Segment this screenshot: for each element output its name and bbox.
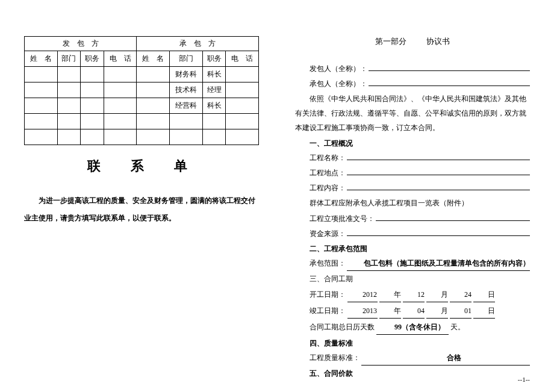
left-page: 发 包 方 承 包 方 姓 名 部门 职务 电 话 姓 名 部门 职务 电 话 … — [0, 0, 277, 392]
duration-unit: 天。 — [450, 323, 465, 331]
section-3-title: 三、合同工期 — [295, 272, 530, 286]
fund-value — [347, 228, 530, 236]
col-phone-a: 电 话 — [104, 51, 137, 67]
intro-paragraph: 为进一步提高该工程的质量、安全及财务管理，圆满的将该工程交付业主使用，请贵方填写… — [24, 192, 259, 227]
section-5-title: 五、合同价款 — [295, 366, 530, 381]
proj-content-label: 工程内容： — [295, 181, 346, 195]
col-phone-b: 电 话 — [226, 51, 259, 67]
start-label: 开工日期： — [310, 290, 346, 299]
subcontractor-label: 承包人（全称）： — [295, 76, 367, 91]
proj-name-label: 工程名称： — [295, 151, 346, 165]
subcontractor-value — [369, 78, 530, 86]
proj-content-line: 工程内容： — [295, 181, 530, 195]
group-a-header: 发 包 方 — [25, 37, 137, 51]
group-note: 群体工程应附承包人承揽工程项目一览表（附件） — [295, 196, 530, 210]
proj-addr-label: 工程地点： — [295, 166, 346, 180]
subcontractor-line: 承包人（全称）： — [295, 76, 530, 91]
table-row: 技术科 经理 — [25, 82, 259, 98]
day-unit-2: 日 — [473, 303, 495, 319]
month-unit-2: 月 — [426, 303, 448, 319]
cell-role: 科长 — [202, 67, 226, 82]
scope-label: 承包范围： — [295, 256, 346, 270]
part-number: 第一部分 — [375, 37, 406, 46]
section-1-title: 一、工程概况 — [295, 136, 530, 151]
col-role-b: 职务 — [202, 51, 226, 67]
part-header: 第一部分 协议书 — [295, 36, 530, 47]
end-date-line: 竣工日期： 2013 年 04 月 01 日 — [295, 303, 530, 319]
table-group-header: 发 包 方 承 包 方 — [25, 37, 259, 51]
end-label: 竣工日期： — [310, 306, 346, 315]
contact-table: 发 包 方 承 包 方 姓 名 部门 职务 电 话 姓 名 部门 职务 电 话 … — [24, 36, 259, 145]
proj-content-value — [347, 182, 530, 190]
table-col-header: 姓 名 部门 职务 电 话 姓 名 部门 职务 电 话 — [25, 51, 259, 67]
contractor-line: 发包人（全称）： — [295, 61, 530, 76]
proj-addr-line: 工程地点： — [295, 166, 530, 180]
start-month: 12 — [403, 287, 425, 302]
cell-dept: 财务科 — [170, 67, 203, 82]
col-name-b: 姓 名 — [137, 51, 170, 67]
scope-line: 承包范围： 包工包料（施工图纸及工程量清单包含的所有内容） — [295, 256, 530, 271]
quality-label: 工程质量标准： — [295, 350, 360, 365]
day-unit: 日 — [473, 287, 495, 302]
col-dept-a: 部门 — [57, 51, 81, 67]
col-name-a: 姓 名 — [25, 51, 58, 67]
section-4-title: 四、质量标准 — [295, 336, 530, 350]
right-page: 第一部分 协议书 发包人（全称）： 承包人（全称）： 依照《中华人民共和国合同法… — [277, 0, 554, 392]
cell-role: 经理 — [202, 82, 226, 98]
approval-label: 工程立项批准文号： — [295, 211, 375, 226]
end-year: 2013 — [347, 303, 378, 319]
approval-value — [376, 213, 530, 221]
cell-dept: 经营科 — [170, 98, 203, 114]
col-dept-b: 部门 — [170, 51, 203, 67]
section-2-title: 二、工程承包范围 — [295, 241, 530, 256]
end-day: 01 — [450, 303, 472, 319]
fund-line: 资金来源： — [295, 226, 530, 241]
approval-line: 工程立项批准文号： — [295, 211, 530, 226]
end-month: 04 — [403, 303, 425, 319]
duration-label: 合同工期总日历天数 — [310, 323, 375, 331]
start-date-line: 开工日期： 2012 年 12 月 24 日 — [295, 287, 530, 302]
page-number: --1-- — [518, 376, 530, 383]
cell-role: 科长 — [202, 98, 226, 114]
col-role-a: 职务 — [81, 51, 104, 67]
quality-value: 合格 — [361, 350, 530, 366]
fund-label: 资金来源： — [295, 226, 346, 241]
year-unit: 年 — [379, 287, 401, 302]
table-row: 财务科 科长 — [25, 67, 259, 82]
part-title: 协议书 — [426, 37, 450, 46]
month-unit: 月 — [426, 287, 448, 302]
table-row — [25, 129, 259, 145]
scope-value: 包工包料（施工图纸及工程量清单包含的所有内容） — [347, 256, 530, 271]
quality-line: 工程质量标准： 合格 — [295, 350, 530, 366]
duration-line: 合同工期总日历天数 99（含冬休日） 天。 — [295, 320, 530, 335]
table-row: 经营科 科长 — [25, 98, 259, 114]
table-row — [25, 114, 259, 129]
group-b-header: 承 包 方 — [137, 37, 259, 51]
start-year: 2012 — [347, 287, 378, 302]
proj-name-line: 工程名称： — [295, 151, 530, 165]
start-day: 24 — [450, 287, 472, 302]
cell-dept: 技术科 — [170, 82, 203, 98]
year-unit-2: 年 — [379, 303, 401, 319]
duration-value: 99（含冬休日） — [376, 320, 449, 335]
proj-addr-value — [347, 167, 530, 175]
contractor-value — [369, 63, 530, 71]
proj-name-value — [347, 152, 530, 160]
contact-form-title: 联 系 单 — [24, 157, 259, 175]
basis-paragraph: 依照《中华人民共和国合同法》、《中华人民共和国建筑法》及其他有关法律、行政法规、… — [295, 92, 530, 135]
contractor-label: 发包人（全称）： — [295, 61, 367, 76]
